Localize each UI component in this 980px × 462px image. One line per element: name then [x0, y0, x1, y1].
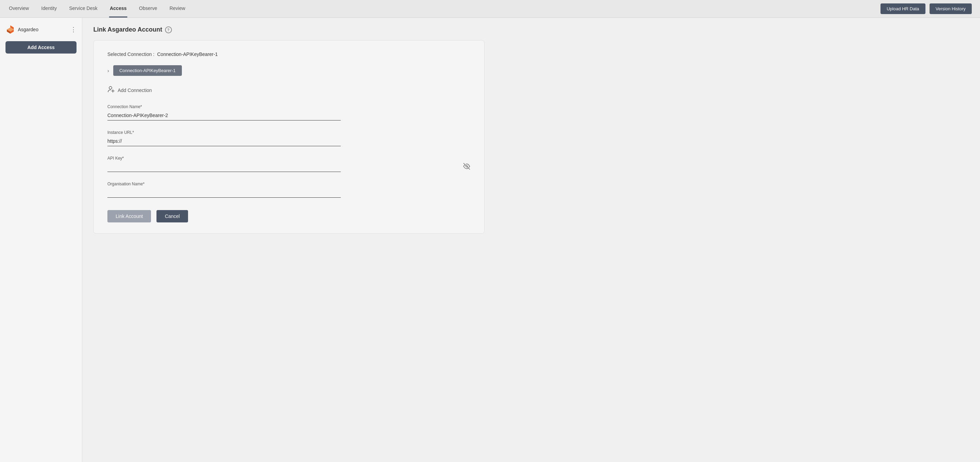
- org-name: Asgardeo: [18, 27, 38, 32]
- org-logo-icon: [5, 25, 15, 34]
- nav-tab-identity[interactable]: Identity: [40, 0, 57, 18]
- content-area: Link Asgardeo Account ? Selected Connect…: [82, 18, 980, 462]
- nav-tab-service-desk[interactable]: Service Desk: [68, 0, 98, 18]
- top-nav: Overview Identity Service Desk Access Ob…: [0, 0, 980, 18]
- sidebar: Asgardeo ⋮ Add Access: [0, 18, 82, 462]
- nav-actions: Upload HR Data Version History: [880, 3, 972, 14]
- page-header: Link Asgardeo Account ?: [93, 26, 969, 33]
- instance-url-input[interactable]: [107, 136, 341, 146]
- org-name-input[interactable]: [107, 188, 341, 198]
- add-person-icon: [107, 86, 115, 95]
- buttons-row: Link Account Cancel: [107, 210, 471, 222]
- main-layout: Asgardeo ⋮ Add Access Link Asgardeo Acco…: [0, 18, 980, 462]
- api-key-input[interactable]: [107, 162, 341, 172]
- instance-url-label: Instance URL*: [107, 130, 471, 135]
- api-key-wrapper: [107, 162, 471, 172]
- connection-name-group: Connection Name*: [107, 104, 471, 121]
- connection-name-input[interactable]: [107, 110, 341, 121]
- selected-connection-value: Connection-APIKeyBearer-1: [157, 51, 218, 57]
- org-name-group: Organisation Name*: [107, 182, 471, 198]
- form-fields: Connection Name* Instance URL* API Key*: [107, 104, 471, 207]
- nav-tab-observe[interactable]: Observe: [138, 0, 158, 18]
- sidebar-menu-icon[interactable]: ⋮: [70, 26, 76, 33]
- svg-point-4: [109, 86, 112, 89]
- org-name-wrapper: [107, 188, 471, 198]
- selected-connection-row: Selected Connection : Connection-APIKeyB…: [107, 51, 471, 57]
- link-account-button[interactable]: Link Account: [107, 210, 151, 222]
- cancel-button[interactable]: Cancel: [156, 210, 188, 222]
- sidebar-header: Asgardeo ⋮: [5, 23, 76, 36]
- help-icon[interactable]: ?: [165, 26, 172, 33]
- chevron-icon[interactable]: ›: [107, 68, 109, 73]
- api-key-label: API Key*: [107, 156, 471, 161]
- nav-tab-overview[interactable]: Overview: [8, 0, 30, 18]
- selected-connection-label: Selected Connection :: [107, 51, 154, 57]
- connection-name-wrapper: [107, 110, 471, 121]
- nav-tab-access[interactable]: Access: [109, 0, 127, 18]
- instance-url-group: Instance URL*: [107, 130, 471, 146]
- sidebar-org: Asgardeo: [5, 25, 38, 34]
- connection-name-label: Connection Name*: [107, 104, 471, 109]
- api-key-group: API Key*: [107, 156, 471, 172]
- page-title: Link Asgardeo Account: [93, 26, 162, 33]
- upload-hr-data-button[interactable]: Upload HR Data: [880, 3, 926, 14]
- connection-chip[interactable]: Connection-APIKeyBearer-1: [113, 65, 182, 76]
- nav-tabs: Overview Identity Service Desk Access Ob…: [8, 0, 186, 18]
- nav-tab-review[interactable]: Review: [169, 0, 186, 18]
- add-connection-label: Add Connection: [118, 88, 152, 93]
- org-name-label: Organisation Name*: [107, 182, 471, 186]
- connection-chip-row: › Connection-APIKeyBearer-1: [107, 65, 471, 76]
- add-access-button[interactable]: Add Access: [5, 41, 76, 54]
- eye-off-icon[interactable]: [463, 162, 471, 172]
- version-history-button[interactable]: Version History: [929, 3, 972, 14]
- form-card: Selected Connection : Connection-APIKeyB…: [93, 40, 485, 234]
- add-connection-row[interactable]: Add Connection: [107, 86, 471, 95]
- instance-url-wrapper: [107, 136, 471, 146]
